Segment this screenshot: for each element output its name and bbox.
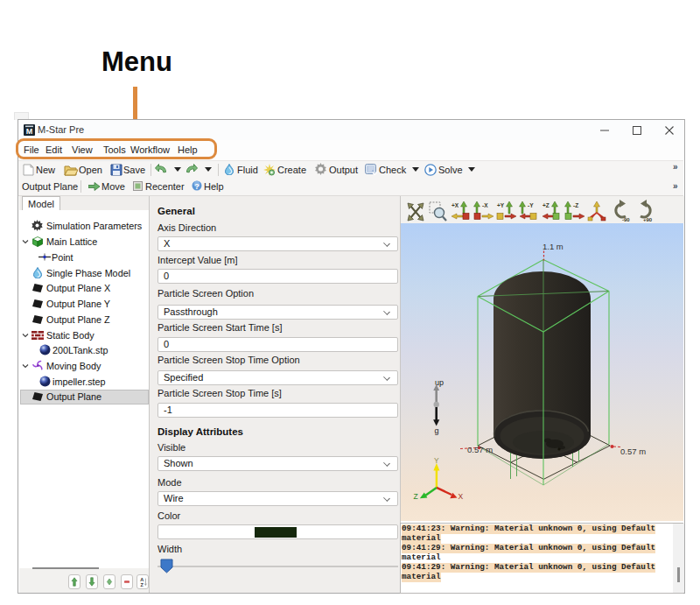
svg-text:-Y: -Y: [528, 202, 534, 208]
svg-text:0.57 m: 0.57 m: [620, 447, 646, 456]
svg-text:g: g: [435, 426, 439, 435]
svg-text:Z: Z: [140, 582, 144, 587]
svg-text:-X: -X: [482, 202, 488, 208]
svg-text:M: M: [26, 127, 33, 136]
svg-text:A: A: [140, 577, 144, 582]
svg-text:1.1 m: 1.1 m: [542, 242, 564, 251]
svg-text:-Z: -Z: [573, 202, 578, 208]
svg-text:+90: +90: [643, 217, 653, 222]
svg-text:+X: +X: [452, 202, 459, 208]
svg-text:Z: Z: [414, 492, 418, 501]
svg-text:Y: Y: [434, 456, 439, 465]
svg-text:+Y: +Y: [497, 202, 505, 208]
svg-text:-90: -90: [622, 217, 630, 222]
svg-text:+Z: +Z: [542, 202, 550, 208]
svg-text:0.57 m: 0.57 m: [467, 445, 493, 454]
svg-text:?: ?: [194, 182, 200, 191]
svg-text:X: X: [458, 492, 464, 501]
